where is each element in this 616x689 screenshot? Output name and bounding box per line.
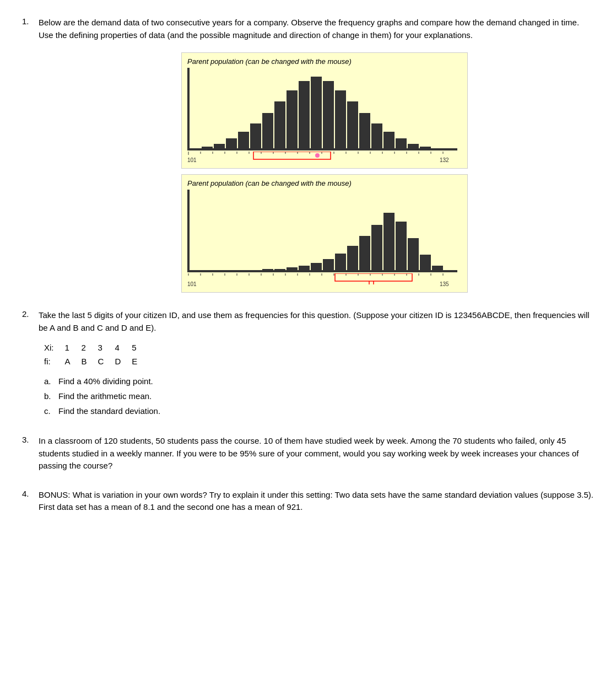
chart-1-area <box>187 68 457 150</box>
svg-text:132: 132 <box>440 157 449 163</box>
svg-rect-58 <box>323 259 334 271</box>
svg-point-44 <box>315 153 320 158</box>
q2-sub-c-label: c. <box>44 403 54 418</box>
q1-number: 1. <box>22 17 33 41</box>
q3-number: 3. <box>22 435 33 472</box>
question-4: 4. BONUS: What is variation in your own … <box>22 489 594 514</box>
svg-rect-66 <box>420 255 431 271</box>
fi-label: fi: <box>44 354 65 368</box>
q2-sub-questions: a. Find a 40% dividing point. b. Find th… <box>44 374 594 418</box>
chart-1-svg <box>188 67 458 149</box>
xi-row: Xi: 1 2 3 4 5 <box>44 341 148 354</box>
svg-rect-10 <box>311 77 322 149</box>
q4-number: 4. <box>22 489 33 514</box>
svg-rect-59 <box>335 254 346 271</box>
q4-text: BONUS: What is variation in your own wor… <box>39 489 594 514</box>
svg-rect-11 <box>323 81 334 149</box>
xi-val-1: 1 <box>65 341 82 354</box>
svg-rect-5 <box>250 123 261 149</box>
svg-rect-17 <box>396 138 407 149</box>
svg-rect-9 <box>299 81 310 149</box>
xi-val-5: 5 <box>132 341 148 354</box>
svg-text:101: 101 <box>187 281 197 287</box>
chart-1: Parent population (can be changed with t… <box>181 52 468 169</box>
chart-2-title: Parent population (can be changed with t… <box>187 179 462 187</box>
xi-val-3: 3 <box>98 341 115 354</box>
svg-rect-90 <box>335 273 412 281</box>
svg-rect-14 <box>359 113 370 149</box>
q1-text: Below are the demand data of two consecu… <box>39 17 594 41</box>
fi-val-3: C <box>98 354 115 368</box>
fi-val-4: D <box>115 354 132 368</box>
xi-val-4: 4 <box>115 341 132 354</box>
chart-1-title: Parent population (can be changed with t… <box>187 57 462 66</box>
chart-2-svg <box>188 189 458 271</box>
svg-rect-60 <box>347 246 358 271</box>
svg-rect-13 <box>347 101 358 149</box>
question-2: 2. Take the last 5 digits of your citize… <box>22 309 594 418</box>
q2-sub-b: b. Find the arithmetic mean. <box>44 389 594 403</box>
q2-sub-a-label: a. <box>44 374 54 389</box>
chart-1-xaxis: 101 132 <box>187 152 457 163</box>
svg-rect-7 <box>274 101 285 149</box>
chart-2-xaxis: 101 135 <box>187 273 457 287</box>
q2-sub-c: c. Find the standard deviation. <box>44 403 594 418</box>
fi-row: fi: A B C D E <box>44 354 148 368</box>
svg-rect-61 <box>359 236 370 271</box>
q2-text: Take the last 5 digits of your citizen I… <box>39 309 594 334</box>
q2-sub-a: a. Find a 40% dividing point. <box>44 374 594 389</box>
svg-text:101: 101 <box>187 157 197 163</box>
svg-rect-62 <box>371 225 382 271</box>
svg-text:135: 135 <box>440 281 449 287</box>
svg-rect-15 <box>371 123 382 149</box>
xi-val-2: 2 <box>82 341 98 354</box>
charts-container: Parent population (can be changed with t… <box>55 52 594 293</box>
q2-number: 2. <box>22 309 33 334</box>
xi-label: Xi: <box>44 341 65 354</box>
question-3: 3. In a classroom of 120 students, 50 st… <box>22 435 594 472</box>
svg-rect-12 <box>335 90 346 149</box>
svg-rect-4 <box>238 132 249 149</box>
chart-2: Parent population (can be changed with t… <box>181 174 468 293</box>
q2-data-table: Xi: 1 2 3 4 5 fi: A B C D E <box>44 341 148 368</box>
chart-2-area <box>187 190 457 272</box>
fi-val-2: B <box>82 354 98 368</box>
q2-sub-a-text: Find a 40% dividing point. <box>58 374 153 389</box>
fi-val-1: A <box>65 354 82 368</box>
svg-rect-6 <box>262 113 273 149</box>
question-1: 1. Below are the demand data of two cons… <box>22 17 594 293</box>
svg-rect-64 <box>396 222 407 271</box>
svg-rect-3 <box>226 138 237 149</box>
q2-sub-c-text: Find the standard deviation. <box>58 403 160 418</box>
svg-rect-16 <box>383 132 395 149</box>
svg-rect-65 <box>408 238 419 271</box>
fi-val-5: E <box>132 354 148 368</box>
q3-text: In a classroom of 120 students, 50 stude… <box>39 435 594 472</box>
svg-rect-63 <box>383 213 395 271</box>
svg-rect-8 <box>287 90 298 149</box>
q2-sub-b-text: Find the arithmetic mean. <box>58 389 152 403</box>
q2-sub-b-label: b. <box>44 389 54 403</box>
